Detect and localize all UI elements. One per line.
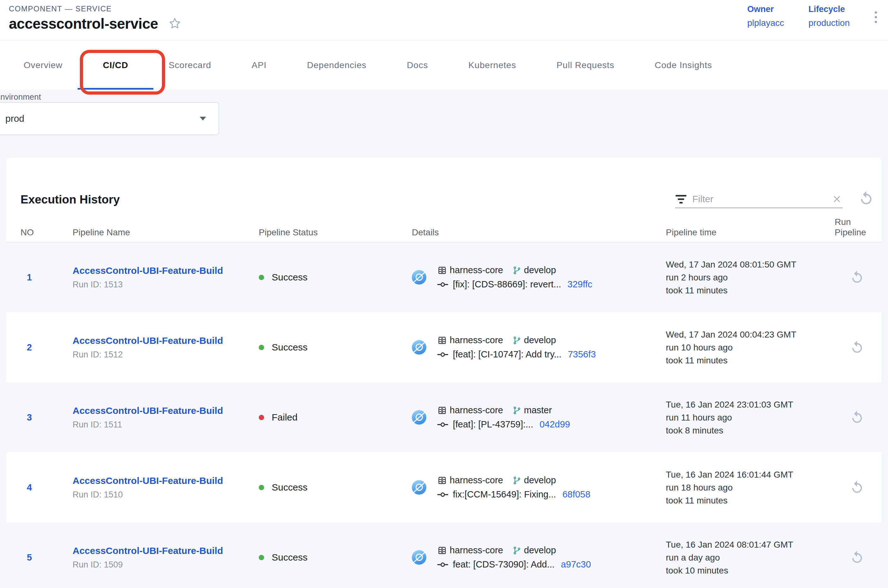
branch-name: develop [524,265,556,275]
commit-message: [feat]: [CI-10747]: Add try... [453,349,561,360]
lifecycle-value[interactable]: production [808,18,850,28]
table-row: 3 AccessControl-UBI-Feature-Build Run ID… [6,382,882,452]
ci-module-icon[interactable] [412,480,426,495]
favorite-star-icon[interactable] [168,16,182,31]
col-pipeline-name: Pipeline Name [72,228,259,237]
pipeline-time: Wed, 17 Jan 2024 00:04:23 GMT run 10 hou… [666,328,835,367]
pipeline-name-link[interactable]: AccessControl-UBI-Feature-Build [72,335,259,346]
pipeline-name-link[interactable]: AccessControl-UBI-Feature-Build [72,405,259,416]
git-branch-icon [506,266,521,275]
tab-api[interactable]: API [251,41,267,90]
commit-message: [fix]: [CDS-88669]: revert... [453,279,561,290]
branch-name: develop [524,475,556,486]
git-branch-icon [506,546,521,555]
status-dot-icon [259,345,264,350]
commit-hash-link[interactable]: 7356f3 [568,349,596,360]
git-commit-icon [437,351,448,358]
pipeline-details: harness-core develop [412,545,666,570]
refresh-icon[interactable] [858,190,874,206]
table-row: 4 AccessControl-UBI-Feature-Build Run ID… [6,452,882,522]
repository-icon [437,405,447,416]
repository-icon [437,335,447,345]
time-absolute: Wed, 17 Jan 2024 00:04:23 GMT [666,328,835,341]
commit-hash-link[interactable]: 68f058 [562,489,590,500]
repository-icon [437,476,447,486]
row-number-link[interactable]: 1 [21,272,72,283]
tab-scorecard[interactable]: Scorecard [168,41,211,90]
time-absolute: Tue, 16 Jan 2024 16:01:44 GMT [666,468,835,481]
git-commit-icon [437,561,448,569]
entity-tabs: Overview CI/CD Scorecard API Dependencie… [0,41,888,90]
pipeline-status: Success [259,272,412,283]
more-options-icon[interactable] [875,11,877,23]
row-number-link[interactable]: 2 [21,342,72,352]
filter-input[interactable] [692,194,825,204]
ci-module-icon[interactable] [412,270,426,285]
git-commit-icon [437,490,448,499]
run-pipeline-icon[interactable] [850,410,864,424]
tab-kubernetes[interactable]: Kubernetes [468,41,516,90]
commit-hash-link[interactable]: 042d99 [539,419,570,430]
pipeline-time: Tue, 16 Jan 2024 16:01:44 GMT run 18 hou… [666,468,835,507]
table-row: 5 AccessControl-UBI-Feature-Build Run ID… [6,522,882,588]
owner-link[interactable]: plplayacc [747,18,784,28]
run-pipeline-icon[interactable] [850,480,864,495]
time-absolute: Wed, 17 Jan 2024 08:01:50 GMT [666,258,835,271]
row-number-link[interactable]: 3 [21,412,72,423]
environment-select[interactable]: prod [0,102,219,135]
run-pipeline-icon[interactable] [850,340,864,355]
repo-name: harness-core [450,265,503,275]
col-pipeline-time: Pipeline time [666,228,835,237]
time-duration: took 10 minutes [666,564,835,577]
run-id-text: Run ID: 1509 [72,560,259,570]
time-duration: took 8 minutes [666,424,835,437]
tab-code-insights[interactable]: Code Insights [655,41,712,90]
time-relative: run 18 hours ago [666,481,835,494]
pipeline-status: Failed [259,412,412,423]
tab-cicd[interactable]: CI/CD [103,41,128,90]
tab-pull-requests[interactable]: Pull Requests [557,41,615,90]
execution-history-title: Execution History [21,193,120,206]
pipeline-status: Success [259,552,412,563]
run-id-text: Run ID: 1512 [72,350,259,360]
time-relative: run a day ago [666,551,835,564]
run-id-text: Run ID: 1513 [72,280,259,290]
pipeline-name-link[interactable]: AccessControl-UBI-Feature-Build [72,265,259,276]
repository-icon [437,545,447,555]
run-pipeline-icon[interactable] [850,270,864,285]
ci-module-icon[interactable] [412,410,426,424]
table-row: 1 AccessControl-UBI-Feature-Build Run ID… [6,242,882,312]
time-duration: took 11 minutes [666,494,835,507]
col-pipeline-status: Pipeline Status [259,228,412,237]
table-body: 1 AccessControl-UBI-Feature-Build Run ID… [6,242,882,588]
ci-module-icon[interactable] [412,550,426,565]
pipeline-details: harness-core master [412,405,666,430]
tab-docs[interactable]: Docs [407,41,428,90]
tab-overview[interactable]: Overview [24,41,63,90]
time-absolute: Tue, 16 Jan 2024 08:01:47 GMT [666,538,835,551]
branch-name: master [524,405,552,416]
pipeline-name-link[interactable]: AccessControl-UBI-Feature-Build [72,545,259,556]
row-number-link[interactable]: 4 [21,482,72,493]
ci-module-icon[interactable] [412,340,426,355]
git-commit-icon [437,280,448,289]
run-id-text: Run ID: 1510 [72,490,259,500]
status-text: Success [272,342,307,352]
clear-filter-icon[interactable] [831,194,843,205]
tab-dependencies[interactable]: Dependencies [307,41,367,90]
page-title: accesscontrol-service [9,15,158,32]
filter-icon [675,195,687,204]
entity-kind-label: COMPONENT — SERVICE [9,4,112,13]
row-number-link[interactable]: 5 [21,552,72,563]
col-no: NO [21,228,72,237]
commit-hash-link[interactable]: a97c30 [561,559,591,570]
commit-hash-link[interactable]: 329ffc [567,279,592,290]
run-pipeline-icon[interactable] [850,550,864,565]
environment-label: Environment [0,92,41,102]
run-id-text: Run ID: 1511 [72,420,259,430]
branch-name: develop [524,545,556,555]
git-branch-icon [506,406,521,415]
pipeline-name-link[interactable]: AccessControl-UBI-Feature-Build [72,476,259,486]
commit-message: [feat]: [PL-43759]:... [453,419,533,430]
time-relative: run 11 hours ago [666,411,835,424]
